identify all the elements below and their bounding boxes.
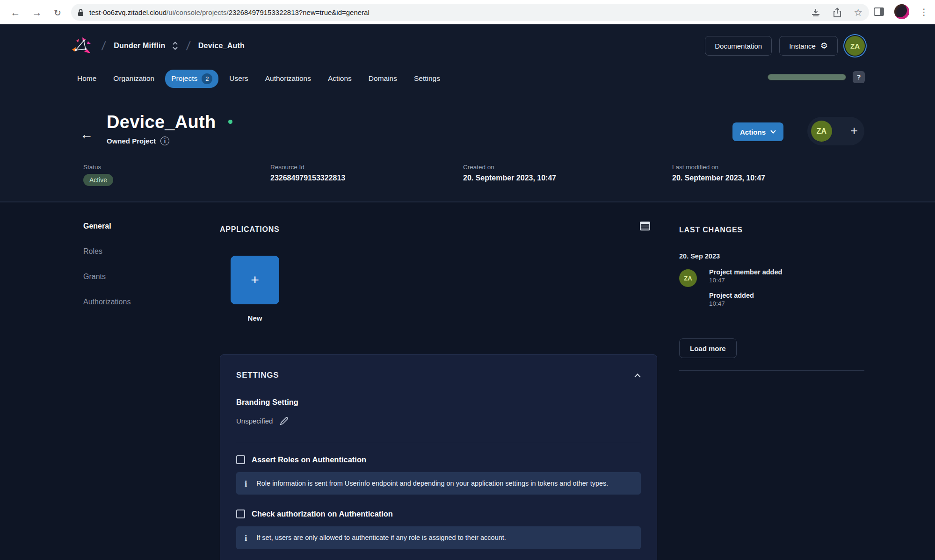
member-avatar[interactable]: ZA: [811, 121, 832, 142]
check-authorization-info-text: If set, users are only allowed to authen…: [256, 532, 506, 543]
nav-item-domains[interactable]: Domains: [362, 71, 403, 86]
assert-roles-info-box: i Role information is sent from Userinfo…: [236, 472, 641, 495]
instance-label: Instance: [789, 42, 816, 50]
applications-heading: APPLICATIONS: [220, 225, 280, 234]
nav-item-organization[interactable]: Organization: [107, 71, 160, 86]
settings-heading: SETTINGS: [236, 371, 279, 380]
org-switcher[interactable]: Dunder Mifflin: [114, 42, 178, 50]
chevron-down-icon: [770, 130, 776, 134]
check-authorization-checkbox-row[interactable]: Check authorization on Authentication: [236, 510, 641, 518]
checkbox-icon[interactable]: [236, 455, 245, 464]
card-divider: [236, 442, 641, 442]
sidebar-item-roles[interactable]: Roles: [83, 247, 102, 256]
section-divider: [0, 202, 935, 202]
nav-item-projects[interactable]: Projects 2: [165, 70, 218, 88]
back-button[interactable]: ←: [77, 125, 96, 144]
app-topbar: / Dunder Mifflin / Device_Auth Documenta…: [0, 24, 935, 67]
change-event: Project member added 10:47: [709, 268, 782, 284]
assert-roles-info-text: Role information is sent from Userinfo e…: [256, 478, 608, 488]
assert-roles-label: Assert Roles on Authentication: [252, 455, 366, 464]
browser-reload-icon[interactable]: ↻: [51, 6, 65, 20]
table-view-icon[interactable]: [640, 222, 650, 232]
created-on-value: 20. September 2023, 10:47: [463, 174, 556, 182]
breadcrumb-separator: /: [185, 39, 191, 53]
change-event: Project added 10:47: [709, 292, 754, 307]
check-authorization-info-box: i If set, users are only allowed to auth…: [236, 526, 641, 549]
help-button[interactable]: ?: [853, 71, 865, 83]
project-active-dot: [228, 120, 232, 124]
branding-setting-value: Unspecified: [236, 417, 273, 425]
modified-on-value: 20. September 2023, 10:47: [672, 174, 765, 182]
unfold-icon: [172, 42, 178, 50]
nav-item-users[interactable]: Users: [223, 71, 254, 86]
browser-forward-icon[interactable]: →: [30, 6, 44, 20]
breadcrumb-separator: /: [101, 39, 107, 53]
nav-item-home[interactable]: Home: [71, 71, 102, 86]
zitadel-console-screen: ← → ↻ test-0o6zvq.zitadel.cloud/ui/conso…: [0, 0, 935, 560]
info-icon[interactable]: i: [160, 136, 169, 145]
panel-divider: [679, 370, 864, 371]
avatar-initials: ZA: [817, 127, 826, 136]
share-icon[interactable]: [833, 7, 841, 17]
status-label: Status: [83, 164, 113, 171]
nav-item-actions[interactable]: Actions: [322, 71, 358, 86]
new-application-tile[interactable]: +: [231, 256, 279, 304]
breadcrumb-org[interactable]: Dunder Mifflin: [114, 42, 165, 50]
install-icon[interactable]: [811, 8, 821, 17]
lock-icon: [78, 9, 84, 16]
new-application-label: New: [231, 314, 279, 322]
browser-chrome: ← → ↻ test-0o6zvq.zitadel.cloud/ui/conso…: [0, 0, 935, 24]
zitadel-logo-icon[interactable]: [71, 36, 94, 56]
instance-button[interactable]: Instance ⚙: [779, 36, 838, 56]
browser-profile-avatar[interactable]: [894, 4, 909, 19]
sidebar-item-grants[interactable]: Grants: [83, 273, 106, 281]
projects-count-badge: 2: [202, 73, 212, 84]
avatar-initials: ZA: [684, 275, 692, 282]
collapse-icon[interactable]: [634, 371, 641, 380]
last-changes-date: 20. Sep 2023: [679, 252, 720, 260]
browser-back-icon[interactable]: ←: [8, 6, 22, 20]
modified-on-label: Last modified on: [672, 164, 765, 171]
actions-label: Actions: [740, 128, 766, 136]
sidebar-item-general[interactable]: General: [83, 222, 111, 230]
branding-setting-label: Branding Setting: [236, 398, 641, 407]
check-authorization-label: Check authorization on Authentication: [252, 510, 393, 518]
actions-button[interactable]: Actions: [732, 122, 783, 141]
project-members-group[interactable]: ZA +: [807, 117, 864, 145]
add-member-icon[interactable]: +: [850, 124, 858, 138]
change-author-avatar: ZA: [679, 269, 697, 287]
info-icon: i: [245, 533, 247, 542]
browser-menu-icon[interactable]: ⋮: [920, 7, 928, 17]
assert-roles-checkbox-row[interactable]: Assert Roles on Authentication: [236, 455, 641, 464]
documentation-label: Documentation: [715, 42, 762, 50]
gear-icon: ⚙: [820, 41, 828, 51]
page-title: Device_Auth: [107, 112, 216, 132]
onboarding-progress-bar: [768, 74, 846, 80]
edit-pencil-icon[interactable]: [279, 416, 289, 426]
main-nav: Home Organization Projects 2 Users Autho…: [71, 68, 446, 89]
resource-id-label: Resource Id: [270, 164, 345, 171]
settings-card: SETTINGS Branding Setting Unspecified As…: [220, 354, 657, 560]
avatar-initials: ZA: [850, 42, 860, 50]
nav-item-settings[interactable]: Settings: [408, 71, 446, 86]
nav-item-authorizations[interactable]: Authorizations: [259, 71, 317, 86]
sidebar-item-authorizations[interactable]: Authorizations: [83, 298, 130, 306]
documentation-button[interactable]: Documentation: [705, 36, 772, 56]
status-badge: Active: [83, 174, 113, 186]
created-on-label: Created on: [463, 164, 556, 171]
user-avatar[interactable]: ZA: [845, 36, 865, 56]
plus-icon: +: [251, 272, 259, 288]
project-type-label: Owned Project: [107, 137, 156, 145]
address-bar[interactable]: test-0o6zvq.zitadel.cloud/ui/console/pro…: [71, 4, 869, 21]
url-text: test-0o6zvq.zitadel.cloud/ui/console/pro…: [89, 8, 370, 16]
resource-id-value: 232684979153322813: [270, 174, 345, 182]
load-more-button[interactable]: Load more: [679, 338, 737, 358]
bookmark-star-icon[interactable]: ☆: [854, 7, 863, 18]
breadcrumb-project[interactable]: Device_Auth: [198, 42, 245, 50]
checkbox-icon[interactable]: [236, 510, 245, 518]
info-icon: i: [245, 479, 247, 488]
side-panel-icon[interactable]: [874, 7, 884, 16]
last-changes-heading: LAST CHANGES: [679, 226, 743, 234]
